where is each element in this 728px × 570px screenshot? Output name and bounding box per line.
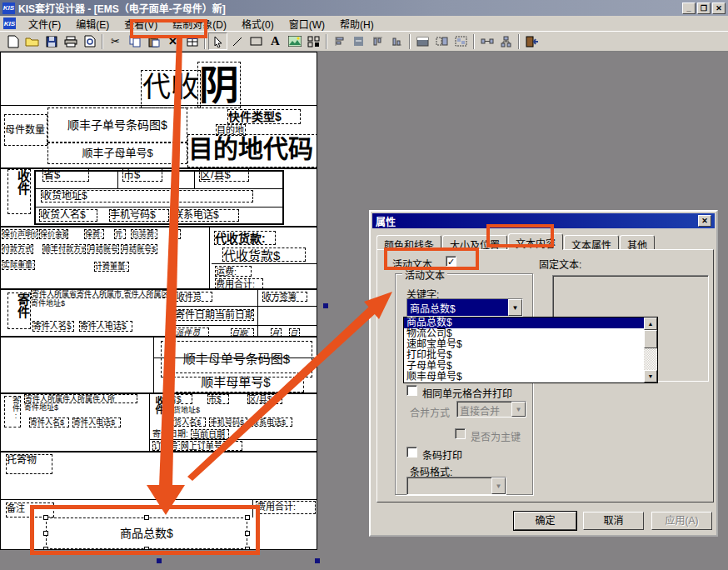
text-tool-icon[interactable]: A: [266, 32, 285, 50]
frame-tool-icon[interactable]: [413, 32, 432, 50]
restore-button[interactable]: ❐: [697, 2, 711, 14]
resize-handle[interactable]: [245, 531, 250, 536]
connector-icon[interactable]: [477, 32, 496, 50]
field-sender2-phone[interactable]: 寄件人电话$: [72, 418, 121, 428]
scroll-thumb[interactable]: [644, 330, 657, 348]
resize-handle[interactable]: [43, 531, 48, 536]
field-recv2-name[interactable]: 收货人名$: [166, 418, 206, 427]
ok-button[interactable]: 确定: [514, 512, 576, 530]
menu-file[interactable]: 文件(F): [21, 15, 68, 32]
field-collect-title[interactable]: 代收: [141, 70, 201, 108]
resize-handle[interactable]: [245, 515, 250, 520]
field-child-barcode[interactable]: 顺丰子单号条码图$: [47, 108, 187, 142]
field-recv2-title[interactable]: 收件: [152, 396, 164, 421]
properties-grid-icon[interactable]: [182, 32, 202, 50]
minimize-button[interactable]: _: [682, 2, 696, 14]
field-recv-sign[interactable]: 收方签署: [262, 292, 307, 302]
resize-handle[interactable]: [144, 547, 149, 550]
delete-icon[interactable]: ✕: [163, 32, 182, 50]
field-sender-phone[interactable]: 寄件人电话$: [79, 321, 132, 332]
field-cod-label[interactable]: 代收货款:: [214, 231, 276, 245]
barcode-tool-icon[interactable]: [304, 32, 323, 50]
scroll-up-icon[interactable]: ▲: [644, 318, 657, 330]
field-recv2-addr[interactable]: 收货地址$: [166, 406, 217, 415]
field-city2[interactable]: 市$: [207, 394, 229, 404]
field-courier-recv[interactable]: 收件员: [176, 292, 212, 302]
field-insured-amount[interactable]: 保价金额: [39, 229, 68, 239]
menu-format[interactable]: 格式(0): [234, 15, 282, 32]
field-send2-title[interactable]: 寄件:: [4, 396, 21, 428]
field-parent-count[interactable]: 母件数量: [4, 114, 47, 146]
close-button[interactable]: ✕: [712, 2, 726, 14]
field-current-date[interactable]: 当前日期: [191, 429, 229, 439]
field-dest-code[interactable]: 目的地代码: [187, 134, 317, 168]
print-icon[interactable]: [61, 32, 80, 50]
align-bottom-icon[interactable]: [387, 32, 406, 50]
menu-draw-object[interactable]: 绘制对象(D): [165, 15, 234, 32]
field-province[interactable]: 省$: [42, 168, 89, 182]
save-icon[interactable]: [42, 32, 61, 50]
apply-button[interactable]: 应用(A): [651, 512, 712, 530]
field-attach-title[interactable]: 阴: [197, 62, 241, 108]
field-sender2-name[interactable]: 寄件人名$: [29, 418, 69, 428]
field-actual-weight[interactable]: 实际重量:: [2, 260, 35, 270]
rectangle-tool-icon[interactable]: [247, 32, 266, 50]
field-pay-method[interactable]: 付款方式:: [2, 244, 33, 254]
field-sf-pay[interactable]: 顺丰付款方式: [42, 244, 86, 254]
menu-help[interactable]: 帮助(H): [332, 15, 381, 32]
dropdown-option[interactable]: 顺丰母单号$: [404, 372, 644, 382]
copy-icon[interactable]: [125, 32, 144, 50]
field-recv-name[interactable]: 收货人名$: [39, 209, 97, 222]
cut-icon[interactable]: ✂: [106, 32, 125, 50]
group-objects-icon[interactable]: [451, 32, 471, 50]
field-phone2[interactable]: 联系电话$: [251, 418, 292, 427]
page-handle[interactable]: [157, 558, 162, 563]
align-top-icon[interactable]: [368, 32, 387, 50]
resize-handle[interactable]: [43, 547, 48, 550]
line-tool-icon[interactable]: [227, 32, 247, 50]
list-scrollbar[interactable]: ▲ ▼: [644, 318, 657, 382]
field-yuan-2[interactable]: 元: [169, 229, 181, 239]
field-send-title[interactable]: 寄件: [7, 292, 31, 329]
select-cursor-icon[interactable]: [208, 32, 227, 50]
field-monthly-no[interactable]: 月结账号$: [121, 244, 157, 254]
field-yuan-1[interactable]: 元: [114, 229, 126, 239]
barcode-print-checkbox[interactable]: [406, 447, 417, 458]
field-premium[interactable]: 保费:: [84, 229, 104, 239]
dialog-title-bar[interactable]: 属性 ✕: [372, 213, 715, 228]
field-pack-fee[interactable]: 包装费:: [131, 229, 157, 239]
exit-door-icon[interactable]: [522, 32, 541, 50]
field-sender2-region[interactable]: 寄件人所属件人所属件人所: [24, 394, 137, 403]
structure-icon[interactable]: [496, 32, 516, 50]
field-child-parent-no[interactable]: 顺丰子母单号$: [47, 142, 187, 164]
cancel-button[interactable]: 取消: [583, 512, 644, 530]
field-parent-no[interactable]: 顺丰母单号$: [167, 372, 304, 392]
field-send-date[interactable]: 寄件日期当前日期: [174, 309, 254, 321]
menu-edit[interactable]: 编辑(E): [68, 15, 117, 32]
print-preview-icon[interactable]: [80, 32, 99, 50]
field-mobile[interactable]: 手机号码$: [109, 209, 169, 222]
dialog-close-icon[interactable]: ✕: [698, 215, 711, 227]
menu-view[interactable]: 查看(V): [117, 15, 165, 32]
combo-dropdown-icon[interactable]: ▼: [508, 299, 522, 316]
tab-other[interactable]: 其他: [620, 235, 655, 250]
selected-object[interactable]: 商品总数$: [46, 518, 247, 549]
field-monthly-label[interactable]: 月结账号:: [87, 244, 119, 254]
field-send2-addr[interactable]: 寄件地址$: [24, 403, 76, 412]
field-district[interactable]: 区/县$: [199, 168, 249, 182]
field-sender-name[interactable]: 寄件人名$: [32, 321, 74, 332]
page-handle[interactable]: [323, 303, 328, 308]
active-text-checkbox[interactable]: ✓: [446, 256, 456, 267]
tab-colors-lines[interactable]: 颜色和线条: [376, 235, 441, 250]
field-insured-label[interactable]: 保价声明价值:: [2, 229, 38, 239]
merge-print-checkbox[interactable]: [406, 385, 417, 396]
field-sender-region[interactable]: 寄件人所属省寄件人所属市 寄件人所属区: [31, 289, 169, 298]
field-city[interactable]: 市$: [122, 168, 162, 182]
field-bill-weight[interactable]: 计费重量:: [94, 262, 129, 272]
resize-handle[interactable]: [144, 515, 149, 520]
page-handle[interactable]: [315, 558, 320, 563]
field-send-addr[interactable]: 寄件地址$: [31, 299, 89, 308]
field-order-no[interactable]: 订单号:网上订单号$: [152, 441, 242, 451]
resize-handle[interactable]: [43, 515, 48, 520]
field-recv-addr[interactable]: 收货地址$: [41, 190, 253, 202]
